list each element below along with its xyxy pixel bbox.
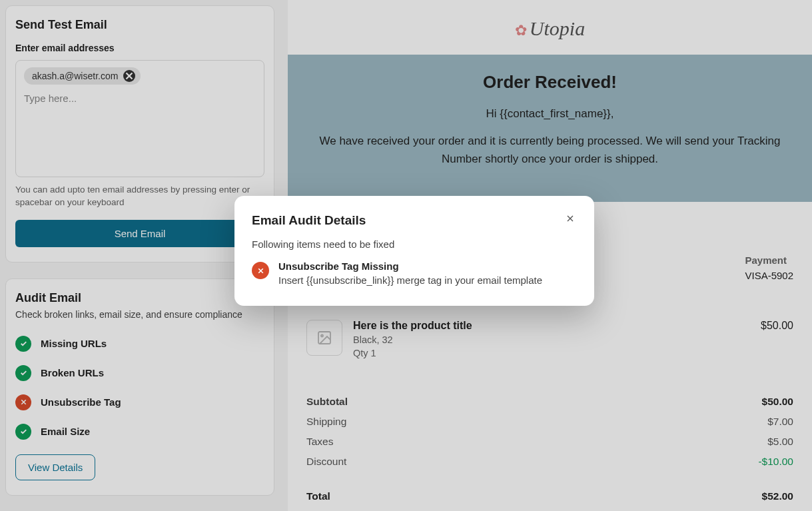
issue-description: Insert {{unsubscribe_link}} merge tag in…	[278, 274, 542, 286]
issue-title: Unsubscribe Tag Missing	[278, 260, 542, 272]
close-icon[interactable]	[561, 209, 580, 228]
error-icon	[252, 262, 269, 279]
audit-details-modal: Email Audit Details Following items need…	[234, 196, 594, 306]
modal-issue: Unsubscribe Tag Missing Insert {{unsubsc…	[252, 260, 577, 286]
modal-title: Email Audit Details	[252, 213, 577, 228]
modal-description: Following items need to be fixed	[252, 239, 577, 250]
